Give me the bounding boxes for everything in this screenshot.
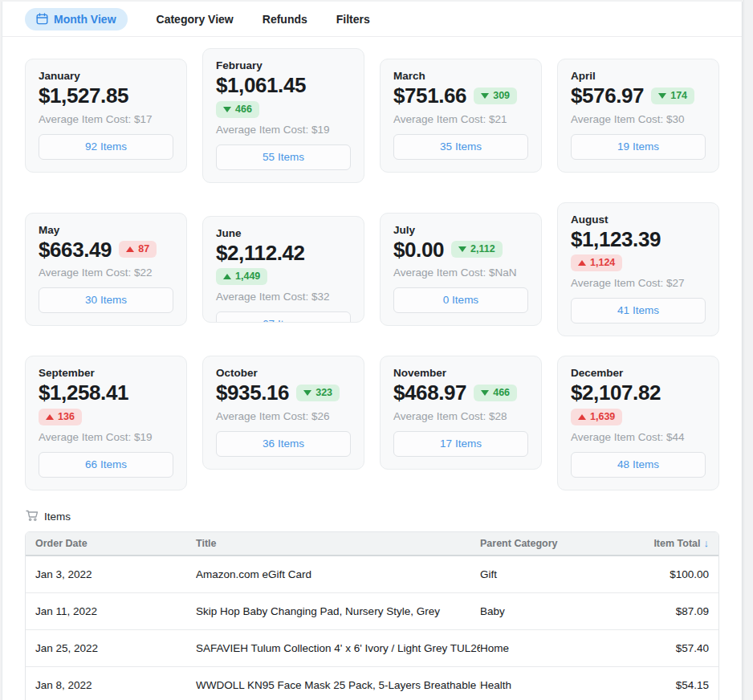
cell-item-total: $100.00 — [621, 568, 709, 580]
month-card-march: March$751.66309Average Item Cost: $2135 … — [380, 59, 542, 173]
tab-category-view[interactable]: Category View — [157, 8, 234, 31]
tab-month-view[interactable]: Month View — [25, 8, 128, 31]
change-badge: 1,449 — [216, 268, 267, 285]
month-amount-row: $468.97466 — [393, 381, 528, 405]
items-section-title: Items — [26, 510, 719, 524]
tab-refunds[interactable]: Refunds — [263, 8, 307, 31]
change-badge: 1,639 — [571, 409, 622, 425]
average-item-cost: Average Item Cost: $NaN — [393, 267, 528, 279]
average-item-cost: Average Item Cost: $32 — [216, 291, 351, 303]
month-cards-grid: January$1,527.85Average Item Cost: $1792… — [2, 37, 742, 490]
items-table-body: Jan 3, 2022Amazon.com eGift CardGift$100… — [26, 556, 718, 700]
cell-order-date: Jan 11, 2022 — [35, 605, 196, 617]
cell-item-total: $57.40 — [621, 642, 709, 654]
change-badge: 87 — [119, 241, 157, 258]
card-row-3: September$1,258.41136Average Item Cost: … — [25, 356, 719, 490]
average-item-cost: Average Item Cost: $22 — [39, 267, 173, 279]
change-badge-value: 323 — [315, 387, 332, 399]
month-amount-row: $663.4987 — [39, 238, 173, 262]
change-badge: 136 — [39, 409, 82, 425]
tab-label: Filters — [336, 13, 370, 26]
month-amount-row: $1,527.85 — [39, 84, 173, 108]
month-total: $2,112.42 — [216, 242, 351, 265]
month-total: $935.16 — [216, 381, 289, 405]
change-badge-value: 466 — [235, 104, 252, 116]
col-header-item-total[interactable]: Item Total↓ — [621, 537, 709, 549]
month-card-april: April$576.97174Average Item Cost: $3019 … — [557, 59, 719, 173]
month-name: July — [393, 224, 528, 236]
arrow-down-icon — [303, 390, 311, 396]
month-items-button[interactable]: 48 Items — [571, 452, 706, 478]
month-card-december: December$2,107.821,639Average Item Cost:… — [557, 356, 719, 490]
month-amount-row: $1,123.391,124 — [571, 228, 706, 272]
cart-icon — [26, 510, 39, 524]
change-badge: 2,112 — [451, 241, 503, 258]
scrollbar[interactable] — [743, 0, 753, 700]
month-total: $663.49 — [39, 238, 112, 262]
items-table-header: Order DateTitleParent CategoryItem Total… — [26, 532, 718, 556]
col-header-title[interactable]: Title — [196, 538, 480, 549]
month-items-button[interactable]: 17 Items — [393, 431, 528, 457]
average-item-cost: Average Item Cost: $26 — [216, 410, 351, 422]
col-header-label: Item Total — [653, 538, 700, 549]
cell-item-total: $54.15 — [621, 679, 709, 691]
col-header-parent-category[interactable]: Parent Category — [480, 538, 621, 549]
month-name: February — [216, 59, 351, 71]
month-name: May — [39, 224, 173, 236]
change-badge-value: 136 — [58, 411, 75, 423]
month-total: $1,061.45 — [216, 74, 306, 97]
cell-order-date: Jan 25, 2022 — [35, 642, 196, 654]
month-card-january: January$1,527.85Average Item Cost: $1792… — [25, 59, 187, 173]
average-item-cost: Average Item Cost: $44 — [571, 431, 706, 443]
month-items-button[interactable]: 0 Items — [393, 287, 528, 313]
month-amount-row: $0.002,112 — [393, 238, 528, 262]
tab-label: Category View — [157, 13, 234, 26]
cell-parent-category: Home — [480, 642, 621, 654]
change-badge-value: 87 — [138, 243, 149, 255]
month-amount-row: $1,258.41136 — [39, 381, 173, 425]
cell-order-date: Jan 3, 2022 — [35, 568, 196, 580]
col-header-order-date[interactable]: Order Date — [35, 538, 196, 549]
month-items-button[interactable]: 55 Items — [216, 144, 351, 170]
month-amount-row: $576.97174 — [571, 84, 706, 108]
change-badge-value: 466 — [493, 387, 510, 399]
arrow-down-icon — [658, 93, 666, 99]
tabbar: Month ViewCategory ViewRefundsFilters — [2, 2, 742, 37]
arrow-down-icon — [458, 246, 466, 252]
month-items-button[interactable]: 41 Items — [571, 298, 706, 324]
month-items-button[interactable]: 66 Items — [39, 452, 173, 478]
average-item-cost: Average Item Cost: $30 — [571, 113, 706, 125]
average-item-cost: Average Item Cost: $19 — [216, 124, 351, 136]
month-amount-row: $2,107.821,639 — [571, 381, 706, 425]
cell-title: WWDOLL KN95 Face Mask 25 Pack, 5-Layers … — [196, 679, 480, 691]
page: Month ViewCategory ViewRefundsFilters Ja… — [2, 2, 743, 700]
average-item-cost: Average Item Cost: $17 — [39, 113, 173, 125]
month-total: $1,123.39 — [571, 228, 661, 251]
month-items-button[interactable]: 19 Items — [571, 134, 706, 160]
average-item-cost: Average Item Cost: $21 — [393, 113, 528, 125]
month-name: August — [571, 214, 706, 226]
card-row-2: May$663.4987Average Item Cost: $2230 Ite… — [25, 202, 719, 337]
tab-filters[interactable]: Filters — [336, 8, 370, 31]
month-card-november: November$468.97466Average Item Cost: $28… — [380, 356, 542, 470]
month-amount-row: $935.16323 — [216, 381, 351, 405]
table-row[interactable]: Jan 8, 2022WWDOLL KN95 Face Mask 25 Pack… — [26, 667, 718, 700]
table-row[interactable]: Jan 11, 2022Skip Hop Baby Changing Pad, … — [26, 593, 718, 630]
month-items-button[interactable]: 36 Items — [216, 431, 351, 457]
month-card-july: July$0.002,112Average Item Cost: $NaN0 I… — [380, 213, 542, 327]
month-card-august: August$1,123.391,124Average Item Cost: $… — [557, 202, 719, 337]
change-badge-value: 2,112 — [470, 243, 495, 255]
table-row[interactable]: Jan 3, 2022Amazon.com eGift CardGift$100… — [26, 556, 718, 593]
arrow-down-icon — [223, 107, 231, 112]
month-total: $2,107.82 — [571, 381, 706, 405]
month-items-button[interactable]: 67 Items — [216, 311, 351, 322]
items-section: Items Order DateTitleParent CategoryItem… — [2, 510, 742, 700]
month-items-button[interactable]: 35 Items — [393, 134, 528, 160]
month-total: $576.97 — [571, 84, 644, 108]
month-items-button[interactable]: 92 Items — [39, 134, 173, 160]
month-total: $468.97 — [393, 381, 466, 405]
month-items-button[interactable]: 30 Items — [39, 287, 173, 313]
table-row[interactable]: Jan 25, 2022SAFAVIEH Tulum Collection 4'… — [26, 630, 718, 667]
month-name: March — [393, 70, 528, 82]
month-name: January — [39, 70, 173, 82]
